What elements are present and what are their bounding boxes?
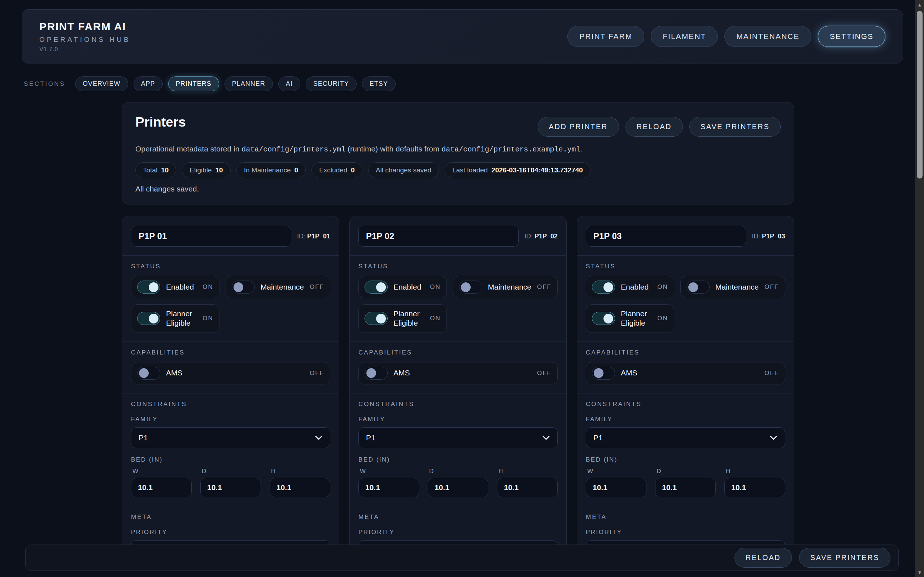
toggle-state-text: OFF [537,284,551,291]
nav-settings[interactable]: SETTINGS [818,26,885,47]
bed-h-input[interactable] [497,478,558,497]
family-select[interactable]: P1 [586,427,785,448]
scroll-down-icon[interactable]: ▼ [915,567,924,577]
capabilities-section-label: CAPABILITIES [359,349,558,356]
toggle-knob [149,282,158,292]
ams-toggle-row: AMS OFF [359,362,558,384]
enabled-toggle[interactable] [137,280,160,293]
section-tab-etsy[interactable]: ETSY [362,76,396,91]
section-tab-app[interactable]: APP [134,76,163,91]
add-printer-button[interactable]: ADD PRINTER [538,117,619,137]
brand-block: PRINT FARM AI OPERATIONS HUB V1.7.0 [39,21,131,53]
save-printers-button[interactable]: SAVE PRINTERS [690,117,781,137]
priority-label: PRIORITY [359,529,558,536]
planner-eligible-toggle[interactable] [365,312,388,325]
enabled-toggle[interactable] [365,280,388,293]
printer-id-label: ID: P1P_03 [752,233,785,240]
section-tab-ai[interactable]: AI [278,76,300,91]
enabled-toggle[interactable] [592,280,615,293]
maintenance-toggle[interactable] [687,280,709,293]
badge-in-maintenance: In Maintenance0 [236,162,306,178]
bed-label: BED (IN) [586,456,785,463]
ams-toggle-row: AMS OFF [586,362,785,384]
ams-toggle[interactable] [592,367,615,380]
divider [122,506,339,506]
nav-maintenance[interactable]: MAINTENANCE [724,26,811,47]
family-select[interactable]: P1 [359,427,558,448]
stats-badges: Total10 Eligible10 In Maintenance0 Exclu… [135,162,781,178]
bed-d-input[interactable] [428,478,488,497]
bed-h-input[interactable] [724,478,785,497]
maintenance-toggle-row: Maintenance OFF [680,276,785,298]
bed-w-input[interactable] [131,478,192,497]
enabled-toggle-row: Enabled ON [586,276,674,298]
toggle-state-text: OFF [310,284,324,291]
toggle-knob [688,282,698,292]
page-scrollbar[interactable]: ▲ ▼ [915,0,924,577]
toggle-knob [604,314,613,324]
toggle-state-text: ON [657,284,668,291]
printers-panel: Printers ADD PRINTER RELOAD SAVE PRINTER… [122,102,794,205]
nav-filament[interactable]: FILAMENT [651,26,718,47]
badge-last-loaded: Last loaded2026-03-16T04:49:13.732740 [445,162,591,178]
toggle-knob [376,314,386,324]
section-tab-printers[interactable]: PRINTERS [168,76,219,91]
meta-section-label: META [359,514,558,521]
toggle-knob [594,368,604,378]
footer-save-printers-button[interactable]: SAVE PRINTERS [799,548,890,567]
printer-id-label: ID: P1P_02 [525,233,558,240]
scroll-up-icon[interactable]: ▲ [915,0,924,10]
family-select[interactable]: P1 [131,427,330,448]
bed-w-input[interactable] [586,478,646,497]
sections-bar: SECTIONS OVERVIEW APP PRINTERS PLANNER A… [24,76,902,91]
bed-d-field: D [200,468,261,497]
divider [350,393,566,393]
status-section-label: STATUS [586,263,785,270]
planner-eligible-toggle[interactable] [137,312,160,325]
chevron-down-icon [542,435,550,440]
bed-w-label: W [587,468,646,475]
save-status-text: All changes saved. [135,185,781,193]
toggle-state-text: ON [657,315,668,322]
printer-name-input[interactable] [359,226,519,247]
bed-d-input[interactable] [200,478,261,497]
badge-excluded: Excluded0 [312,162,362,178]
family-label: FAMILY [586,416,785,423]
bed-h-field: H [270,468,330,497]
bed-w-input[interactable] [359,478,419,497]
printer-card: ID: P1P_03 STATUS Enabled ON Maintenance… [577,216,794,561]
printer-name-input[interactable] [586,226,746,247]
toggle-state-text: ON [430,284,441,291]
scrollbar-thumb[interactable] [917,11,922,179]
section-tab-planner[interactable]: PLANNER [225,76,273,91]
printer-cards-grid: ID: P1P_01 STATUS Enabled ON Maintenance… [122,216,794,577]
ams-toggle[interactable] [365,367,388,380]
constraints-section-label: CONSTRAINTS [359,401,558,408]
ams-toggle-row: AMS OFF [131,362,330,384]
printer-name-input[interactable] [131,226,291,247]
printer-card: ID: P1P_02 STATUS Enabled ON Maintenance… [349,216,567,561]
divider [350,506,566,506]
toggle-knob [149,314,158,324]
footer-reload-button[interactable]: RELOAD [735,548,792,567]
bed-h-field: H [724,468,785,497]
bed-d-input[interactable] [655,478,716,497]
nav-print-farm[interactable]: PRINT FARM [567,26,644,47]
maintenance-toggle[interactable] [459,280,482,293]
section-tab-overview[interactable]: OVERVIEW [75,76,128,91]
family-label: FAMILY [359,416,558,423]
section-tab-security[interactable]: SECURITY [306,76,357,91]
divider [350,255,566,256]
maintenance-toggle-row: Maintenance OFF [226,276,330,298]
maintenance-toggle[interactable] [232,280,255,293]
page-title: Printers [135,115,186,130]
priority-label: PRIORITY [131,529,330,536]
bed-h-input[interactable] [270,478,330,497]
bed-d-label: D [202,468,261,475]
planner-eligible-toggle-row: Planner Eligible ON [131,305,220,333]
reload-button[interactable]: RELOAD [625,117,683,137]
priority-label: PRIORITY [586,529,785,536]
planner-eligible-toggle[interactable] [592,312,615,325]
ams-toggle[interactable] [137,367,160,380]
badge-total: Total10 [135,162,176,178]
